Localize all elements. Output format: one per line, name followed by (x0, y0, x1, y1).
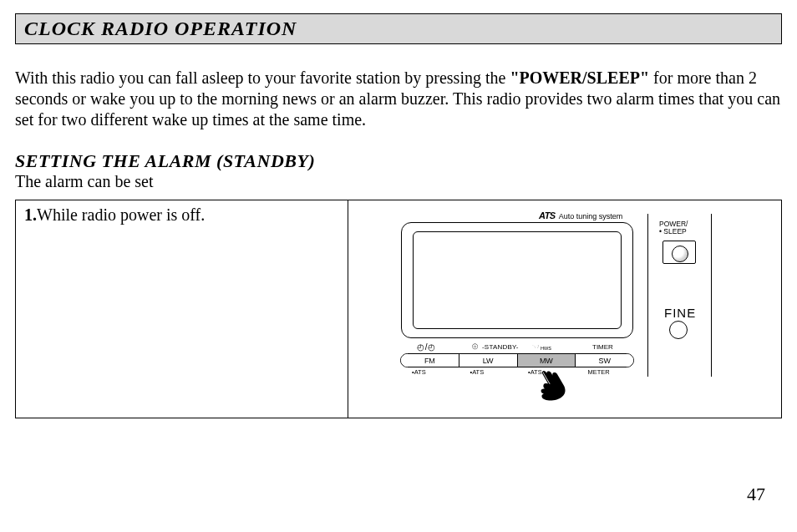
sublabel-fm: •ATS (400, 368, 459, 377)
step-text: While radio power is off. (37, 205, 205, 224)
band-button-fm[interactable]: FM (401, 354, 459, 367)
ats-bold: ATS (539, 210, 556, 220)
panel-line-left (647, 214, 648, 377)
band-button-lw[interactable]: LW (459, 354, 518, 367)
step-diagram-cell: ATS Auto tuning system POWER/ • SLEEP FI… (348, 200, 781, 418)
ats-text: Auto tuning system (559, 212, 623, 220)
sub-intro: The alarm can be set (15, 172, 782, 191)
radio-diagram: ATS Auto tuning system POWER/ • SLEEP FI… (388, 209, 739, 426)
sub-heading: SETTING THE ALARM (STANDBY) (15, 150, 782, 172)
intro-bold: "POWER/SLEEP" (510, 68, 649, 87)
band-button-sw[interactable]: SW (576, 354, 633, 367)
hws-sub: HWS (541, 346, 551, 351)
sublabel-lw: •ATS (459, 368, 517, 377)
step-text-cell: 1.While radio power is off. (16, 200, 348, 418)
power-label-line2: • SLEEP (659, 228, 688, 236)
timer-label: TIMER (592, 343, 613, 351)
fine-knob[interactable] (669, 321, 688, 339)
intro-paragraph: With this radio you can fall asleep to y… (15, 68, 782, 130)
step-number: 1. (24, 205, 37, 224)
intro-pre: With this radio you can fall asleep to y… (15, 68, 510, 87)
clock-icon: ◴ / ◴ (417, 342, 434, 352)
power-sleep-label: POWER/ • SLEEP (659, 220, 688, 236)
lcd-screen-inner (413, 231, 622, 329)
standby-icon: ⦾ (472, 342, 478, 352)
panel-line-right (711, 214, 712, 377)
lcd-screen-outer (401, 222, 633, 338)
hws-icon: ☜ (532, 342, 539, 351)
step-box: 1.While radio power is off. ATS Auto tun… (15, 200, 782, 418)
band-sublabel-row: •ATS •ATS •ATS METER (400, 368, 634, 377)
sublabel-sw: METER (575, 368, 635, 377)
power-sleep-button[interactable] (662, 241, 696, 264)
standby-label: -STANDBY- (482, 343, 519, 351)
band-button-row: FM LW MW SW (400, 353, 634, 367)
section-header: CLOCK RADIO OPERATION (15, 13, 782, 44)
icon-row: ◴ / ◴ ⦾ -STANDBY- ☜ HWS TIMER (405, 342, 631, 354)
pointing-hand-icon (532, 364, 572, 404)
fine-label: FINE (664, 306, 696, 320)
page-number: 47 (747, 484, 765, 505)
ats-label: ATS Auto tuning system (539, 210, 622, 220)
